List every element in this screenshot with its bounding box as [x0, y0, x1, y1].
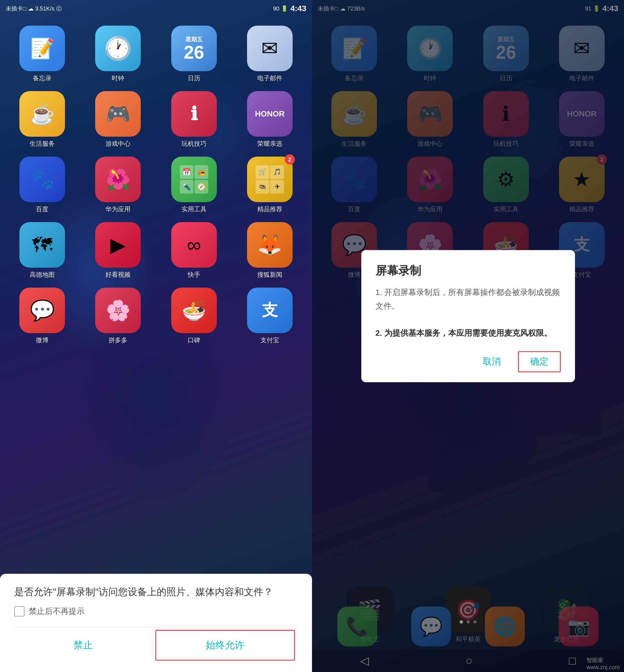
- app-icon-honor: HONOR: [247, 91, 293, 137]
- app-game[interactable]: 🎮 游戏中心: [81, 91, 154, 148]
- app-gaode[interactable]: 🗺 高德地图: [6, 222, 79, 279]
- checkbox-row: 禁止后不再提示: [14, 606, 298, 617]
- left-battery: 90 🔋: [273, 5, 288, 12]
- app-alipay[interactable]: 支 支付宝: [233, 288, 306, 345]
- badge-boutique: 2: [285, 154, 295, 165]
- app-pinduoduo[interactable]: 🌸 拼多多: [81, 288, 154, 345]
- dialog-line1: 1. 开启屏幕录制后，所有屏幕操作都会被录制成视频文件。: [375, 288, 560, 311]
- app-tools[interactable]: 📅 📻 🔦 🧭 实用工具: [158, 157, 231, 214]
- app-clock[interactable]: 🕐 时钟: [81, 26, 154, 83]
- left-time: 4:43: [290, 4, 306, 13]
- app-icon-calendar: 星期五 26: [171, 26, 217, 71]
- app-label-life: 生活服务: [30, 139, 55, 148]
- left-status-bar: 未插卡□ ☁ 3.51K/s ⓒ 90 🔋 4:43: [0, 0, 312, 17]
- app-label-calendar: 日历: [188, 74, 200, 83]
- dialog-body: 1. 开启屏幕录制后，所有屏幕操作都会被录制成视频文件。 2. 为提供基本服务，…: [375, 286, 561, 340]
- sheet-buttons: 禁止 始终允许: [14, 627, 298, 664]
- app-label-play: 玩机技巧: [182, 139, 207, 148]
- left-app-grid: 📝 备忘录 🕐 时钟 星期五 26 日历 ✉ 电子邮件 ☕ 生活服务 🎮: [0, 20, 312, 350]
- left-permission-dialog: 是否允许"屏幕录制"访问您设备上的照片、媒体内容和文件？ 禁止后不再提示 禁止 …: [0, 574, 312, 672]
- app-icon-gaode: 🗺: [19, 222, 65, 268]
- app-label-boutique: 精品推荐: [257, 205, 282, 214]
- app-label-game: 游戏中心: [105, 139, 130, 148]
- app-koubet[interactable]: 🍜 口碑: [158, 288, 231, 345]
- no-remind-checkbox[interactable]: [14, 606, 25, 616]
- dialog-cancel-btn[interactable]: 取消: [474, 351, 510, 372]
- permission-confirm-btn[interactable]: 始终允许: [155, 630, 295, 661]
- dialog-confirm-btn[interactable]: 确定: [518, 351, 561, 372]
- app-icon-game: 🎮: [95, 91, 141, 137]
- app-label-pinduoduo: 拼多多: [109, 336, 127, 345]
- app-play[interactable]: ℹ 玩机技巧: [158, 91, 231, 148]
- app-honor[interactable]: HONOR 荣耀亲选: [233, 91, 306, 148]
- app-label-weibo: 微博: [36, 336, 48, 345]
- right-phone-panel: 未插卡□ ☁ 723B/s 91 🔋 4:43 📝 备忘录 🕐 时钟 星期五 2…: [312, 0, 624, 672]
- app-weibo[interactable]: 💬 微博: [6, 288, 79, 345]
- app-icon-weibo: 💬: [19, 288, 65, 333]
- left-phone-panel: 未插卡□ ☁ 3.51K/s ⓒ 90 🔋 4:43 📝 备忘录 🕐 时钟 星期…: [0, 0, 312, 672]
- checkbox-label: 禁止后不再提示: [29, 606, 85, 617]
- app-label-haokan: 好看视频: [105, 270, 130, 279]
- left-signal-text: 未插卡□ ☁ 3.51K/s ⓒ: [6, 5, 62, 12]
- app-icon-mail: ✉: [247, 26, 293, 71]
- permission-cancel-btn[interactable]: 禁止: [14, 627, 152, 664]
- dialog-buttons: 取消 确定: [375, 351, 561, 372]
- app-life[interactable]: ☕ 生活服务: [6, 91, 79, 148]
- app-label-kuaishou: 快手: [188, 270, 200, 279]
- app-icon-koubet: 🍜: [171, 288, 217, 333]
- app-sohu[interactable]: 🦊 搜狐新闻: [233, 222, 306, 279]
- app-icon-pinduoduo: 🌸: [95, 288, 141, 333]
- app-icon-sohu: 🦊: [247, 222, 293, 268]
- left-status-right: 90 🔋 4:43: [273, 4, 306, 13]
- app-label-sohu: 搜狐新闻: [257, 270, 282, 279]
- app-calendar[interactable]: 星期五 26 日历: [158, 26, 231, 83]
- app-icon-play: ℹ: [171, 91, 217, 137]
- app-icon-boutique: 2 🛒 🎵 🛍 ✈: [247, 157, 293, 202]
- app-label-baidu: 百度: [36, 205, 48, 214]
- app-icon-huawei: 🌺: [95, 157, 141, 202]
- permission-title: 是否允许"屏幕录制"访问您设备上的照片、媒体内容和文件？: [14, 585, 298, 599]
- app-boutique[interactable]: 2 🛒 🎵 🛍 ✈ 精品推荐: [233, 157, 306, 214]
- right-screen-record-dialog: 屏幕录制 1. 开启屏幕录制后，所有屏幕操作都会被录制成视频文件。 2. 为提供…: [361, 250, 575, 382]
- app-label-honor: 荣耀亲选: [257, 139, 282, 148]
- app-icon-alipay: 支: [247, 288, 293, 333]
- app-icon-baidu: 🐾: [19, 157, 65, 202]
- app-haokan[interactable]: ▶ 好看视频: [81, 222, 154, 279]
- app-kuaishou[interactable]: ∞ 快手: [158, 222, 231, 279]
- app-huawei[interactable]: 🌺 华为应用: [81, 157, 154, 214]
- watermark: 智能家www.znj.com: [587, 656, 620, 671]
- dialog-line2: 2. 为提供基本服务，本应用需要使用麦克风权限。: [375, 329, 552, 338]
- app-icon-life: ☕: [19, 91, 65, 137]
- app-icon-kuaishou: ∞: [171, 222, 217, 268]
- app-label-mail: 电子邮件: [257, 74, 282, 83]
- dialog-title: 屏幕录制: [375, 263, 561, 278]
- app-mail[interactable]: ✉ 电子邮件: [233, 26, 306, 83]
- app-label-clock: 时钟: [112, 74, 124, 83]
- app-icon-haokan: ▶: [95, 222, 141, 268]
- app-label-alipay: 支付宝: [260, 336, 279, 345]
- left-status-left: 未插卡□ ☁ 3.51K/s ⓒ: [6, 5, 62, 12]
- app-memo[interactable]: 📝 备忘录: [6, 26, 79, 83]
- app-icon-clock: 🕐: [95, 26, 141, 71]
- app-icon-tools: 📅 📻 🔦 🧭: [171, 157, 217, 202]
- app-icon-memo: 📝: [19, 26, 65, 71]
- app-label-tools: 实用工具: [182, 205, 207, 214]
- app-label-koubet: 口碑: [188, 336, 200, 345]
- app-baidu[interactable]: 🐾 百度: [6, 157, 79, 214]
- app-label-gaode: 高德地图: [30, 270, 55, 279]
- app-label-huawei: 华为应用: [105, 205, 130, 214]
- app-label-memo: 备忘录: [33, 74, 52, 83]
